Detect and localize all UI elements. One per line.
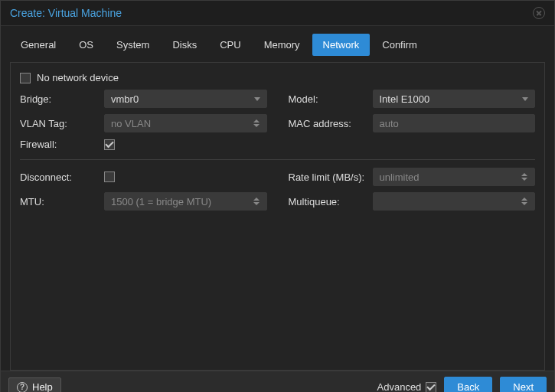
mtu-placeholder: 1500 (1 = bridge MTU)	[111, 196, 211, 207]
help-label: Help	[32, 381, 53, 392]
rate-field: Rate limit (MB/s): unlimited	[289, 168, 536, 186]
bridge-select[interactable]: vmbr0	[104, 90, 267, 108]
mtu-label: MTU:	[20, 196, 98, 207]
bridge-value: vmbr0	[111, 93, 139, 105]
titlebar: Create: Virtual Machine	[1, 1, 554, 26]
multiqueue-field: Multiqueue:	[289, 192, 536, 211]
disconnect-field: Disconnect:	[20, 168, 267, 186]
next-button[interactable]: Next	[500, 377, 547, 392]
model-select[interactable]: Intel E1000	[373, 90, 536, 108]
create-vm-dialog: Create: Virtual Machine General OS Syste…	[0, 0, 555, 392]
bridge-label: Bridge:	[20, 93, 98, 105]
mac-field: MAC address: auto	[289, 114, 536, 132]
tab-memory[interactable]: Memory	[253, 34, 311, 56]
model-label: Model:	[289, 93, 367, 105]
vlan-field: VLAN Tag: no VLAN	[20, 114, 267, 132]
tab-general[interactable]: General	[10, 34, 67, 56]
help-icon: ?	[17, 382, 28, 393]
chevron-down-icon	[254, 97, 260, 101]
model-value: Intel E1000	[380, 93, 430, 105]
firewall-checkbox[interactable]	[104, 139, 115, 150]
multiqueue-label: Multiqueue:	[289, 196, 367, 207]
mac-placeholder: auto	[380, 118, 399, 129]
close-icon[interactable]	[533, 7, 545, 19]
back-button[interactable]: Back	[444, 377, 492, 392]
basic-fields: Bridge: vmbr0 Model: Intel E1000 VLAN Ta…	[17, 90, 538, 150]
tab-confirm[interactable]: Confirm	[371, 34, 428, 56]
tab-cpu[interactable]: CPU	[209, 34, 251, 56]
advanced-checkbox[interactable]	[426, 382, 436, 393]
tab-network[interactable]: Network	[312, 34, 371, 56]
wizard-tabs: General OS System Disks CPU Memory Netwo…	[1, 26, 554, 56]
no-network-checkbox[interactable]	[20, 73, 31, 83]
no-network-row: No network device	[17, 70, 538, 90]
disconnect-label: Disconnect:	[20, 172, 98, 183]
mac-label: MAC address:	[289, 118, 367, 129]
firewall-label: Firewall:	[20, 139, 98, 150]
firewall-field: Firewall:	[20, 139, 267, 150]
tab-system[interactable]: System	[106, 34, 160, 56]
tab-disks[interactable]: Disks	[162, 34, 207, 56]
advanced-toggle[interactable]: Advanced	[377, 381, 437, 392]
vlan-placeholder: no VLAN	[111, 118, 151, 129]
advanced-label: Advanced	[377, 381, 422, 392]
vlan-label: VLAN Tag:	[20, 118, 98, 129]
tab-os[interactable]: OS	[68, 34, 104, 56]
help-button[interactable]: ? Help	[8, 377, 61, 392]
spinner-icon	[521, 173, 528, 181]
rate-placeholder: unlimited	[380, 172, 420, 183]
vlan-input[interactable]: no VLAN	[104, 114, 267, 132]
dialog-title: Create: Virtual Machine	[10, 7, 122, 19]
no-network-label: No network device	[37, 72, 119, 83]
spinner-icon	[253, 119, 260, 127]
chevron-down-icon	[522, 97, 528, 101]
network-panel: No network device Bridge: vmbr0 Model: I…	[10, 62, 545, 371]
section-divider	[20, 159, 535, 160]
dialog-footer: ? Help Advanced Back Next	[1, 371, 554, 392]
rate-label: Rate limit (MB/s):	[289, 172, 367, 183]
rate-input[interactable]: unlimited	[373, 168, 536, 186]
disconnect-checkbox[interactable]	[104, 172, 115, 182]
mtu-field: MTU: 1500 (1 = bridge MTU)	[20, 192, 267, 211]
spinner-icon	[253, 198, 260, 205]
bridge-field: Bridge: vmbr0	[20, 90, 267, 108]
mtu-input[interactable]: 1500 (1 = bridge MTU)	[104, 192, 267, 211]
multiqueue-input[interactable]	[373, 192, 536, 211]
mac-input[interactable]: auto	[373, 114, 536, 132]
model-field: Model: Intel E1000	[289, 90, 536, 108]
advanced-fields: Disconnect: Rate limit (MB/s): unlimited…	[17, 168, 538, 211]
spinner-icon	[521, 198, 528, 205]
content-wrap: No network device Bridge: vmbr0 Model: I…	[1, 56, 554, 371]
